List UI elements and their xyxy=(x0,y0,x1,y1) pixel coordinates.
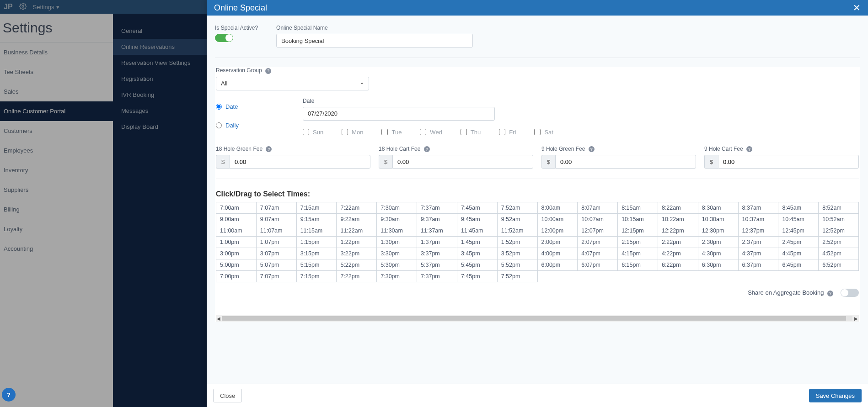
day-checkbox[interactable]: Wed xyxy=(420,129,442,136)
time-slot[interactable]: 2:07pm xyxy=(578,237,618,248)
day-checkbox-input[interactable] xyxy=(499,129,505,135)
nav2-item[interactable]: Reservation View Settings xyxy=(113,55,207,71)
time-slot[interactable]: 9:15am xyxy=(296,214,337,225)
day-checkbox[interactable]: Mon xyxy=(342,129,363,136)
help-fab[interactable]: ? xyxy=(2,388,16,402)
time-slot[interactable]: 3:22pm xyxy=(337,248,377,259)
time-slot[interactable]: 7:07pm xyxy=(256,271,296,282)
nav1-item[interactable]: Accounting xyxy=(0,239,113,259)
time-slot[interactable]: 6:22pm xyxy=(658,259,698,271)
time-slot[interactable]: 10:30am xyxy=(698,214,738,225)
help-icon[interactable]: ? xyxy=(265,68,271,74)
fee-g18-input[interactable] xyxy=(230,155,370,169)
time-slot[interactable]: 12:37pm xyxy=(738,225,778,237)
time-slot[interactable]: 10:37am xyxy=(738,214,778,225)
time-slot[interactable]: 7:52pm xyxy=(497,271,537,282)
time-slot[interactable]: 11:37am xyxy=(417,225,457,237)
help-icon[interactable]: ? xyxy=(424,146,430,152)
time-slot[interactable]: 12:07pm xyxy=(578,225,618,237)
time-slot[interactable]: 5:37pm xyxy=(417,259,457,271)
time-slot[interactable]: 1:30pm xyxy=(377,237,417,248)
time-slot[interactable]: 4:30pm xyxy=(698,248,738,259)
time-slot[interactable]: 3:45pm xyxy=(457,248,497,259)
time-slot[interactable]: 1:15pm xyxy=(296,237,337,248)
time-slot[interactable]: 9:30am xyxy=(377,214,417,225)
time-slot[interactable]: 5:07pm xyxy=(256,259,296,271)
nav1-item[interactable]: Employees xyxy=(0,141,113,160)
time-slot[interactable]: 7:45pm xyxy=(457,271,497,282)
time-slot[interactable]: 3:30pm xyxy=(377,248,417,259)
time-slot[interactable]: 6:00pm xyxy=(537,259,578,271)
nav2-item[interactable]: Display Board xyxy=(113,119,207,135)
day-checkbox[interactable]: Thu xyxy=(461,129,481,136)
day-checkbox[interactable]: Tue xyxy=(381,129,402,136)
time-slot[interactable]: 8:37am xyxy=(738,202,778,214)
fee-c18-input[interactable] xyxy=(392,155,533,169)
time-slot[interactable]: 5:52pm xyxy=(497,259,537,271)
time-slot[interactable]: 12:00pm xyxy=(537,225,578,237)
help-icon[interactable]: ? xyxy=(746,146,752,152)
time-slot[interactable]: 10:07am xyxy=(578,214,618,225)
time-slot[interactable]: 2:30pm xyxy=(698,237,738,248)
time-slot[interactable]: 7:15am xyxy=(296,202,337,214)
day-checkbox-input[interactable] xyxy=(381,129,388,135)
time-slot[interactable]: 10:45am xyxy=(778,214,819,225)
time-slot[interactable]: 4:52pm xyxy=(819,248,859,259)
time-slot[interactable]: 4:22pm xyxy=(658,248,698,259)
time-slot[interactable]: 11:45am xyxy=(457,225,497,237)
time-slot[interactable]: 8:45am xyxy=(778,202,819,214)
time-slot[interactable]: 1:22pm xyxy=(337,237,377,248)
nav2-item[interactable]: Messages xyxy=(113,103,207,119)
time-slot[interactable]: 4:37pm xyxy=(738,248,778,259)
time-slot[interactable]: 2:52pm xyxy=(819,237,859,248)
day-checkbox[interactable]: Fri xyxy=(499,129,516,136)
day-checkbox-input[interactable] xyxy=(303,129,309,135)
time-slot[interactable]: 7:22am xyxy=(337,202,377,214)
nav2-item[interactable]: Online Reservations xyxy=(113,39,207,55)
time-slot[interactable]: 9:00am xyxy=(216,214,257,225)
time-slot[interactable]: 7:37am xyxy=(417,202,457,214)
time-slot[interactable]: 9:37am xyxy=(417,214,457,225)
time-slot[interactable]: 11:30am xyxy=(377,225,417,237)
time-slot[interactable]: 1:00pm xyxy=(216,237,257,248)
time-slot[interactable]: 4:45pm xyxy=(778,248,819,259)
time-slot[interactable]: 7:22pm xyxy=(337,271,377,282)
nav1-item[interactable]: Loyalty xyxy=(0,219,113,239)
time-slot[interactable]: 11:07am xyxy=(256,225,296,237)
time-slot[interactable]: 6:52pm xyxy=(819,259,859,271)
help-icon[interactable]: ? xyxy=(266,146,272,152)
date-radio[interactable] xyxy=(216,104,222,110)
time-slot[interactable]: 1:52pm xyxy=(497,237,537,248)
time-slot[interactable]: 12:52pm xyxy=(819,225,859,237)
time-slot[interactable]: 4:00pm xyxy=(537,248,578,259)
time-slot[interactable]: 11:00am xyxy=(216,225,257,237)
nav2-item[interactable]: General xyxy=(113,23,207,39)
time-slot[interactable]: 11:22am xyxy=(337,225,377,237)
time-slot[interactable]: 7:00pm xyxy=(216,271,257,282)
time-slot[interactable]: 5:00pm xyxy=(216,259,257,271)
day-checkbox-input[interactable] xyxy=(534,129,541,135)
reservation-group-select[interactable]: All xyxy=(216,77,369,90)
time-slot[interactable]: 6:37pm xyxy=(738,259,778,271)
time-slot[interactable]: 5:45pm xyxy=(457,259,497,271)
time-slot[interactable]: 2:45pm xyxy=(778,237,819,248)
time-slot[interactable]: 2:37pm xyxy=(738,237,778,248)
time-slot[interactable]: 7:45am xyxy=(457,202,497,214)
day-checkbox[interactable]: Sun xyxy=(303,129,323,136)
nav1-item[interactable]: Inventory xyxy=(0,160,113,180)
time-slot[interactable]: 3:07pm xyxy=(256,248,296,259)
time-slot[interactable]: 8:15am xyxy=(618,202,658,214)
day-checkbox-input[interactable] xyxy=(420,129,426,135)
nav1-item[interactable]: Business Details xyxy=(0,42,113,62)
time-slot[interactable]: 6:07pm xyxy=(578,259,618,271)
nav2-item[interactable]: Registration xyxy=(113,71,207,87)
time-slot[interactable]: 8:07am xyxy=(578,202,618,214)
nav1-item[interactable]: Tee Sheets xyxy=(0,62,113,82)
save-button[interactable]: Save Changes xyxy=(809,389,862,402)
time-slot[interactable]: 11:52am xyxy=(497,225,537,237)
time-slot[interactable]: 1:37pm xyxy=(417,237,457,248)
close-icon[interactable]: ✕ xyxy=(853,2,861,13)
share-aggregate-toggle[interactable] xyxy=(841,289,859,297)
scroll-left-icon[interactable]: ◀ xyxy=(217,316,220,321)
time-slot[interactable]: 3:00pm xyxy=(216,248,257,259)
